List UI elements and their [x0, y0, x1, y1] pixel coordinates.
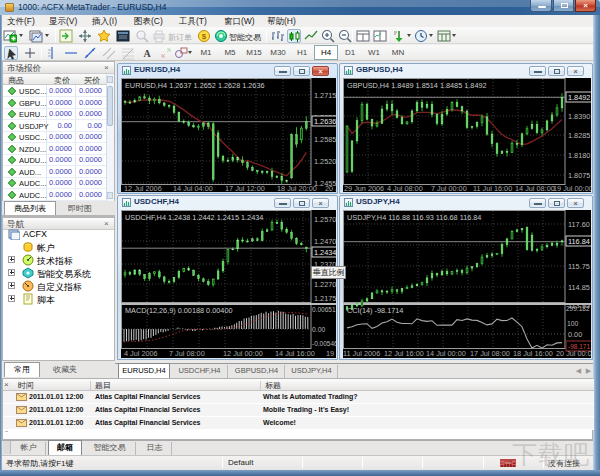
- svg-text:MACD(12,26,9) 0.00188 0.00400: MACD(12,26,9) 0.00188 0.00400: [125, 306, 233, 315]
- svg-text:1.2570: 1.2570: [314, 215, 336, 224]
- svg-text:18 Jul 16:00: 18 Jul 16:00: [513, 349, 553, 358]
- svg-text:1.8180: 1.8180: [568, 151, 590, 160]
- svg-text:14 Jul 00:00: 14 Jul 00:00: [426, 349, 466, 358]
- svg-text:1.2520: 1.2520: [314, 157, 336, 166]
- svg-text:-0.00546: -0.00546: [312, 340, 336, 347]
- svg-text:1.8075: 1.8075: [568, 171, 590, 180]
- svg-text:1.2636: 1.2636: [314, 117, 336, 126]
- svg-text:1.2715: 1.2715: [314, 91, 336, 100]
- svg-text:CCI(14) -98.1714: CCI(14) -98.1714: [347, 306, 403, 315]
- svg-text:12 Jul 16:00: 12 Jul 16:00: [384, 349, 424, 358]
- svg-text:14 Jul 16:00: 14 Jul 16:00: [275, 349, 315, 358]
- svg-text:114.85: 114.85: [568, 283, 590, 292]
- svg-text:14 Jul 04:00: 14 Jul 04:00: [173, 184, 213, 192]
- svg-text:11 Jul 16:00: 11 Jul 16:00: [473, 184, 512, 192]
- svg-text:1.2270: 1.2270: [314, 280, 336, 289]
- svg-text:7 Jul 00:00: 7 Jul 00:00: [431, 184, 467, 192]
- svg-text:20 Jul 00:00: 20 Jul 00:00: [556, 349, 591, 358]
- svg-text:1.8285: 1.8285: [568, 131, 590, 140]
- svg-text:116.84: 116.84: [568, 237, 590, 246]
- svg-text:GBPUSD,H4 1.8489 1.8514 1.848: GBPUSD,H4 1.8489 1.8514 1.8485 1.8492: [347, 81, 487, 90]
- svg-text:12 Jul 00:00: 12 Jul 00:00: [223, 349, 263, 358]
- svg-text:12 Jul 2006: 12 Jul 2006: [124, 184, 162, 192]
- svg-text:17 Jul 08:00: 17 Jul 08:00: [470, 349, 510, 358]
- svg-text:18 Jul 20:00: 18 Jul 20:00: [277, 184, 317, 192]
- svg-text:19 Jul 08:00: 19 Jul 08:00: [326, 349, 336, 358]
- svg-text:A: A: [143, 48, 151, 59]
- svg-text:$: $: [202, 32, 207, 41]
- svg-text:17 Jul 12:00: 17 Jul 12:00: [225, 184, 265, 192]
- svg-text:100: 100: [567, 320, 579, 327]
- svg-text:115.75: 115.75: [568, 262, 590, 271]
- svg-text:0.00: 0.00: [568, 330, 582, 339]
- svg-text:19 Jul 00:00: 19 Jul 00:00: [553, 184, 591, 192]
- svg-text:4 Jul 08:00: 4 Jul 08:00: [387, 184, 423, 192]
- svg-text:14 Jul 08:00: 14 Jul 08:00: [515, 184, 555, 192]
- svg-text:11 Jul 2006: 11 Jul 2006: [343, 349, 380, 358]
- svg-text:1.8390: 1.8390: [568, 112, 590, 121]
- svg-text:4 Jul 2006: 4 Jul 2006: [124, 349, 158, 358]
- svg-text:USDCHF,H4 1.2438 1.2442 1.241: USDCHF,H4 1.2438 1.2442 1.2415 1.2434: [125, 213, 263, 222]
- svg-text:1.2434: 1.2434: [314, 248, 336, 257]
- svg-text:EURUSD,H4 1.2637 1.2652 1.262: EURUSD,H4 1.2637 1.2652 1.2628 1.2636: [125, 81, 265, 90]
- svg-text:117.60: 117.60: [568, 220, 590, 229]
- svg-text:1.8492: 1.8492: [568, 93, 590, 102]
- svg-text:USDJPY,H4 116.88 116.93 116.6: USDJPY,H4 116.88 116.93 116.68 116.84: [347, 213, 481, 222]
- svg-text:7 Jul 08:00: 7 Jul 08:00: [169, 349, 205, 358]
- svg-text:1.2470: 1.2470: [314, 237, 336, 246]
- svg-text:0.00: 0.00: [312, 326, 325, 333]
- svg-text:20 Jul 04:00: 20 Jul 04:00: [325, 184, 336, 192]
- svg-text:1.2175: 1.2175: [314, 294, 336, 303]
- svg-text:29 Jun 2006: 29 Jun 2006: [344, 184, 384, 192]
- svg-text:299.182: 299.182: [566, 305, 590, 312]
- svg-text:0.00651: 0.00651: [312, 306, 336, 313]
- svg-text:1.2585: 1.2585: [314, 135, 336, 144]
